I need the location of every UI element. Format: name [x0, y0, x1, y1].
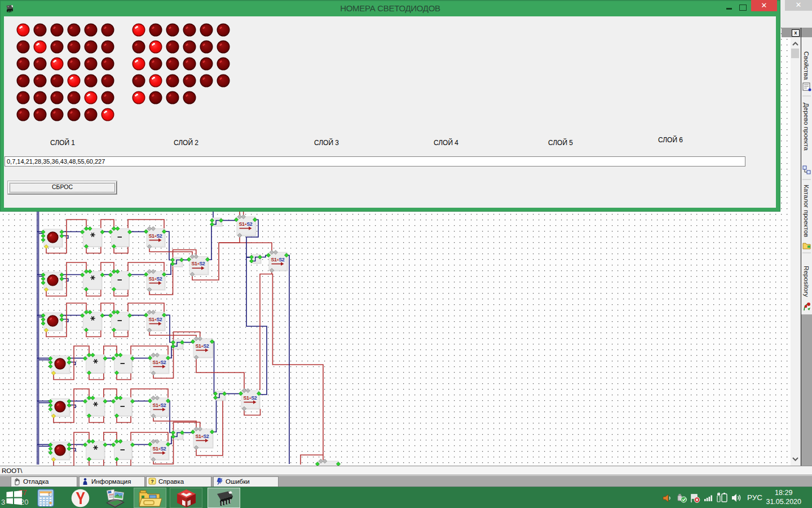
svg-text:S1+S2: S1+S2 — [153, 446, 166, 452]
svg-text:Свойства: Свойства — [803, 51, 810, 80]
svg-text:S1+S2: S1+S2 — [149, 276, 162, 282]
svg-text:S1+S2: S1+S2 — [192, 261, 205, 266]
svg-text:S1+S2: S1+S2 — [149, 317, 162, 322]
svg-text:S1+S2: S1+S2 — [196, 433, 209, 439]
svg-text:S1+S2: S1+S2 — [196, 343, 209, 349]
svg-text:Repository: Repository — [803, 266, 810, 297]
svg-text:S1+S2: S1+S2 — [153, 360, 166, 365]
svg-text:Дерево проекта: Дерево проекта — [803, 103, 810, 151]
svg-text:S1+S2: S1+S2 — [153, 402, 166, 408]
svg-text:0: 0 — [48, 492, 50, 496]
svg-text:S1+S2: S1+S2 — [239, 221, 253, 227]
svg-text:S1+S2: S1+S2 — [271, 257, 285, 262]
svg-text:S1+S2: S1+S2 — [149, 233, 162, 239]
svg-text:Каталог проектов: Каталог проектов — [803, 185, 810, 237]
svg-text:S1+S2: S1+S2 — [244, 395, 257, 401]
svg-text:?: ? — [151, 479, 154, 484]
